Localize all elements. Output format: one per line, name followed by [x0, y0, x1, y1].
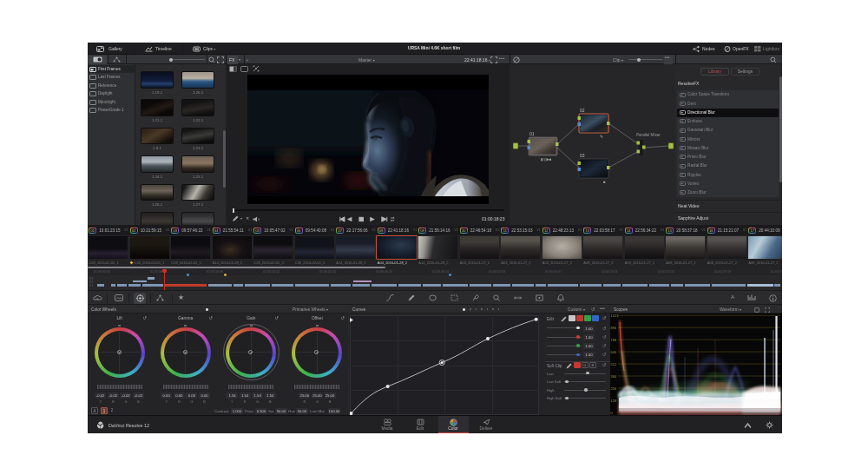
- svg-text:Parallel Mixer: Parallel Mixer: [636, 133, 661, 137]
- svg-text:768: 768: [611, 338, 617, 342]
- svg-text:✎: ✎: [600, 134, 603, 139]
- svg-text:01: 01: [529, 131, 535, 136]
- svg-text:128: 128: [611, 399, 617, 403]
- svg-text:256: 256: [611, 386, 617, 391]
- svg-text:▮◎▶■: ▮◎▶■: [541, 157, 552, 162]
- svg-text:■: ■: [603, 180, 606, 184]
- svg-text:384: 384: [611, 374, 617, 379]
- svg-text:896: 896: [611, 326, 617, 330]
- svg-text:1023: 1023: [611, 313, 620, 318]
- svg-text:640: 640: [611, 350, 617, 354]
- svg-text:03: 03: [580, 153, 585, 158]
- svg-text:512: 512: [611, 362, 617, 366]
- svg-text:02: 02: [580, 108, 585, 113]
